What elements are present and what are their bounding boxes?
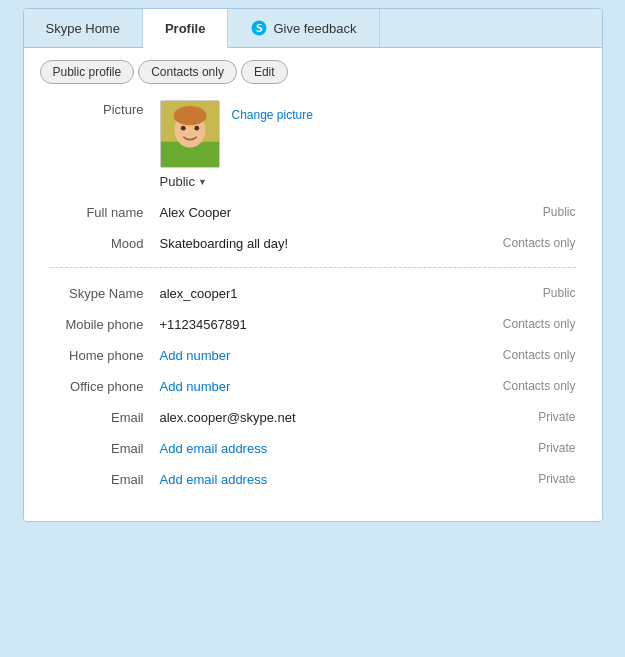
field2-row-4: Emailalex.cooper@skype.netPrivate — [50, 408, 576, 425]
profile-picture[interactable] — [160, 100, 220, 168]
field2-label-6: Email — [50, 470, 160, 487]
field2-privacy-5: Private — [476, 439, 576, 455]
svg-point-6 — [194, 126, 199, 131]
svg-point-4 — [173, 106, 206, 125]
field2-value-2[interactable]: Add number — [160, 346, 476, 363]
tab-skype-home[interactable]: Skype Home — [24, 9, 143, 47]
field2-value-5[interactable]: Add email address — [160, 439, 476, 456]
picture-label: Picture — [50, 100, 160, 117]
field2-label-4: Email — [50, 408, 160, 425]
visibility-label: Public — [160, 174, 195, 189]
field2-privacy-0: Public — [476, 284, 576, 300]
mood-value: Skateboarding all day! — [160, 234, 476, 251]
sub-tab-bar: Public profile Contacts only Edit — [40, 60, 586, 84]
sub-tab-edit[interactable]: Edit — [241, 60, 288, 84]
mood-privacy: Contacts only — [476, 234, 576, 250]
field2-value-3[interactable]: Add number — [160, 377, 476, 394]
tab-bar: Skype Home Profile Give feedback — [24, 9, 602, 48]
field2-label-0: Skype Name — [50, 284, 160, 301]
change-picture-link[interactable]: Change picture — [232, 100, 313, 122]
field2-row-2: Home phoneAdd numberContacts only — [50, 346, 576, 363]
field2-label-5: Email — [50, 439, 160, 456]
dropdown-arrow: ▼ — [198, 177, 207, 187]
tab-profile[interactable]: Profile — [143, 9, 228, 48]
full-name-row: Full name Alex Cooper Public — [50, 203, 576, 220]
field2-label-3: Office phone — [50, 377, 160, 394]
field2-value-1: +11234567891 — [160, 315, 476, 332]
full-name-privacy: Public — [476, 203, 576, 219]
section-divider — [50, 267, 576, 268]
profile-section: Picture — [40, 100, 586, 487]
skype-icon — [250, 19, 268, 37]
field2-label-1: Mobile phone — [50, 315, 160, 332]
sub-tab-public-profile[interactable]: Public profile — [40, 60, 135, 84]
field2-privacy-1: Contacts only — [476, 315, 576, 331]
profile-picture-image — [161, 101, 219, 167]
picture-with-link: Change picture — [160, 100, 313, 168]
field2-row-1: Mobile phone+11234567891Contacts only — [50, 315, 576, 332]
field2-privacy-4: Private — [476, 408, 576, 424]
full-name-label: Full name — [50, 203, 160, 220]
field2-label-2: Home phone — [50, 346, 160, 363]
public-badge[interactable]: Public ▼ — [160, 174, 207, 189]
field2-row-5: EmailAdd email addressPrivate — [50, 439, 576, 456]
full-name-value: Alex Cooper — [160, 203, 476, 220]
profile-label: Profile — [165, 21, 205, 36]
app-window: Skype Home Profile Give feedback Public … — [23, 8, 603, 522]
field2-value-4: alex.cooper@skype.net — [160, 408, 476, 425]
give-feedback-label: Give feedback — [273, 21, 356, 36]
tab-give-feedback[interactable]: Give feedback — [228, 9, 379, 47]
field2-row-6: EmailAdd email addressPrivate — [50, 470, 576, 487]
svg-point-5 — [180, 126, 185, 131]
picture-content: Change picture Public ▼ — [160, 100, 313, 189]
field2-privacy-2: Contacts only — [476, 346, 576, 362]
skype-home-label: Skype Home — [46, 21, 120, 36]
avatar-svg — [161, 100, 219, 168]
field2-row-3: Office phoneAdd numberContacts only — [50, 377, 576, 394]
content-area: Public profile Contacts only Edit Pictur… — [24, 48, 602, 521]
field2-value-6[interactable]: Add email address — [160, 470, 476, 487]
mood-row: Mood Skateboarding all day! Contacts onl… — [50, 234, 576, 251]
field2-value-0: alex_cooper1 — [160, 284, 476, 301]
sub-tab-contacts-only[interactable]: Contacts only — [138, 60, 237, 84]
field2-row-0: Skype Namealex_cooper1Public — [50, 284, 576, 301]
picture-row: Picture — [50, 100, 576, 189]
field2-privacy-3: Contacts only — [476, 377, 576, 393]
field2-privacy-6: Private — [476, 470, 576, 486]
mood-label: Mood — [50, 234, 160, 251]
fields2-container: Skype Namealex_cooper1PublicMobile phone… — [50, 284, 576, 487]
